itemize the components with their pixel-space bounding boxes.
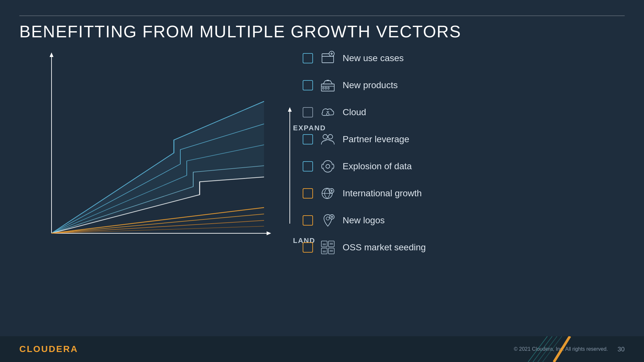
- icon-cloud: [319, 104, 336, 121]
- label-cloud: Cloud: [343, 107, 366, 117]
- legend-item-explosion-of-data: Explosion of data: [303, 158, 625, 175]
- legend-item-new-products: New products: [303, 77, 625, 94]
- legend-item-oss-market-seeding: OSS market seeding: [303, 239, 625, 256]
- legend-item-international-growth: International growth: [303, 185, 625, 202]
- svg-rect-26: [328, 87, 329, 89]
- icon-new-use-cases: [319, 50, 336, 67]
- label-new-products: New products: [343, 80, 398, 90]
- label-new-logos: New logos: [343, 215, 385, 226]
- legend-item-cloud: Cloud: [303, 104, 625, 121]
- icon-explosion-of-data: [319, 158, 336, 175]
- page-number: 30: [618, 346, 625, 353]
- top-border: [19, 15, 625, 16]
- svg-point-32: [323, 135, 327, 139]
- checkbox-international-growth: [303, 188, 313, 199]
- svg-rect-24: [323, 87, 324, 89]
- icon-international-growth: [319, 185, 336, 202]
- checkbox-explosion-of-data: [303, 161, 313, 172]
- svg-line-55: [528, 336, 547, 362]
- svg-rect-44: [328, 241, 334, 247]
- svg-rect-25: [325, 87, 327, 89]
- svg-line-56: [533, 336, 552, 362]
- svg-rect-46: [328, 248, 334, 254]
- cloudera-logo: CLOUDERA: [19, 344, 78, 354]
- svg-marker-3: [267, 231, 271, 235]
- checkbox-new-logos: [303, 215, 313, 226]
- label-new-use-cases: New use cases: [343, 53, 404, 63]
- svg-line-59: [554, 336, 570, 362]
- checkbox-new-use-cases: [303, 53, 313, 63]
- checkbox-partner-leverage: [303, 134, 313, 144]
- legend-area: New use cases New products: [303, 50, 625, 266]
- label-oss-market-seeding: OSS market seeding: [343, 242, 426, 253]
- label-international-growth: International growth: [343, 188, 422, 199]
- svg-point-33: [328, 135, 333, 139]
- checkbox-oss-market-seeding: [303, 242, 313, 253]
- icon-new-logos: [319, 212, 336, 229]
- checkbox-cloud: [303, 107, 313, 117]
- label-partner-leverage: Partner leverage: [343, 134, 409, 144]
- icon-oss-market-seeding: [319, 239, 336, 256]
- svg-line-58: [543, 336, 562, 362]
- svg-marker-18: [288, 107, 292, 112]
- icon-new-products: [319, 77, 336, 94]
- svg-line-57: [538, 336, 557, 362]
- svg-point-34: [326, 164, 330, 168]
- growth-chart: [19, 50, 283, 249]
- legend-item-new-logos: New logos: [303, 212, 625, 229]
- slide-container: BENEFITTING FROM MULTIPLE GROWTH VECTORS: [0, 0, 644, 362]
- checkbox-new-products: [303, 80, 313, 90]
- slide-title: BENEFITTING FROM MULTIPLE GROWTH VECTORS: [19, 22, 461, 41]
- footer: CLOUDERA © 2021 Cloudera, Inc. All right…: [0, 336, 644, 362]
- expand-axis: [287, 101, 293, 230]
- svg-marker-1: [50, 52, 53, 57]
- svg-point-39: [326, 217, 329, 220]
- chart-area: EXPAND LAND: [19, 50, 283, 249]
- legend-item-new-use-cases: New use cases: [303, 50, 625, 67]
- legend-item-partner-leverage: Partner leverage: [303, 131, 625, 148]
- icon-partner-leverage: [319, 131, 336, 148]
- footer-decoration: [522, 336, 580, 362]
- label-explosion-of-data: Explosion of data: [343, 161, 412, 172]
